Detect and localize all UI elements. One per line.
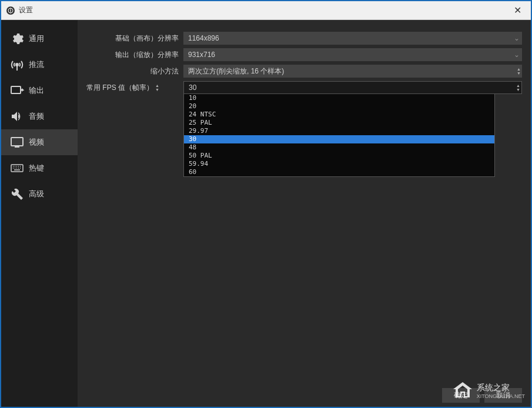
svg-rect-4 (11, 86, 21, 93)
fps-dropdown[interactable]: 10 20 24 NTSC 25 PAL 29.97 30 48 50 PAL … (183, 93, 495, 177)
fps-option[interactable]: 25 PAL (184, 119, 494, 127)
watermark: 系统之家 XITONGZHIJIA.NET (452, 380, 525, 401)
sidebar: 通用 推流 输出 音频 视频 (1, 20, 78, 407)
sidebar-item-label: 视频 (29, 137, 44, 148)
gear-icon (10, 32, 24, 46)
output-resolution-value: 931x716 (188, 51, 215, 59)
svg-rect-5 (11, 138, 23, 146)
watermark-text: 系统之家 (477, 383, 510, 392)
sidebar-item-label: 输出 (29, 85, 44, 96)
audio-icon (10, 109, 24, 123)
fps-option[interactable]: 59.94 (184, 160, 494, 168)
fps-type-spinner[interactable]: ▲▼ (155, 83, 159, 92)
output-icon (10, 83, 24, 98)
main-panel: 基础（画布）分辨率 1164x896 ⌄ 输出（缩放）分辨率 931x716 ⌄… (78, 20, 531, 407)
watermark-sub: XITONGZHIJIA.NET (477, 393, 525, 399)
sidebar-item-output[interactable]: 输出 (1, 78, 78, 103)
output-resolution-select[interactable]: 931x716 ⌄ (183, 48, 522, 61)
downscale-select[interactable]: 两次立方(削尖缩放, 16 个样本) ▲▼ (183, 65, 522, 78)
output-resolution-row: 输出（缩放）分辨率 931x716 ⌄ (86, 48, 522, 61)
downscale-row: 缩小方法 两次立方(削尖缩放, 16 个样本) ▲▼ (86, 65, 522, 78)
watermark-text-wrap: 系统之家 XITONGZHIJIA.NET (477, 382, 525, 399)
fps-option[interactable]: 24 NTSC (184, 111, 494, 119)
fps-value: 30 (189, 83, 196, 92)
base-resolution-value: 1164x896 (188, 34, 219, 42)
tools-icon (10, 187, 24, 201)
sidebar-item-label: 热键 (29, 163, 44, 173)
sidebar-item-general[interactable]: 通用 (1, 26, 78, 52)
chevron-down-icon: ⌄ (514, 51, 520, 59)
content: 通用 推流 输出 音频 视频 (1, 20, 531, 407)
base-resolution-row: 基础（画布）分辨率 1164x896 ⌄ (86, 32, 522, 45)
fps-option[interactable]: 48 (184, 143, 494, 152)
fps-option[interactable]: 60 (184, 168, 494, 176)
downscale-label: 缩小方法 (86, 66, 183, 76)
sidebar-item-video[interactable]: 视频 (1, 129, 78, 155)
base-resolution-label: 基础（画布）分辨率 (86, 34, 183, 44)
fps-option[interactable]: 30 (184, 135, 494, 143)
fps-row: 常用 FPS 值（帧率） ▲▼ 30 ▲▼ (86, 81, 522, 94)
chevron-down-icon: ⌄ (514, 34, 520, 42)
svg-point-2 (16, 63, 18, 66)
sidebar-item-label: 音频 (29, 111, 44, 122)
fps-option[interactable]: 50 PAL (184, 152, 494, 160)
titlebar: 设置 ✕ (1, 1, 531, 20)
fps-option[interactable]: 10 (184, 94, 494, 102)
keyboard-icon (10, 161, 24, 175)
fps-label-wrap: 常用 FPS 值（帧率） ▲▼ (86, 83, 183, 93)
close-button[interactable]: ✕ (508, 2, 526, 19)
downscale-value: 两次立方(削尖缩放, 16 个样本) (188, 66, 284, 76)
fps-label: 常用 FPS 值（帧率） (86, 83, 153, 93)
fps-option[interactable]: 20 (184, 102, 494, 111)
sidebar-item-label: 推流 (29, 59, 44, 70)
broadcast-icon (10, 58, 24, 72)
spinner-icon: ▲▼ (516, 82, 520, 93)
sidebar-item-audio[interactable]: 音频 (1, 103, 78, 129)
sidebar-item-advanced[interactable]: 高级 (1, 181, 78, 207)
fps-option[interactable]: 29.97 (184, 127, 494, 135)
house-icon (452, 380, 473, 401)
output-resolution-label: 输出（缩放）分辨率 (86, 50, 183, 60)
app-icon (6, 6, 15, 15)
fps-select[interactable]: 30 ▲▼ (183, 81, 522, 94)
video-icon (10, 135, 24, 149)
sidebar-item-hotkeys[interactable]: 热键 (1, 155, 78, 181)
window-title: 设置 (19, 5, 508, 15)
sidebar-item-stream[interactable]: 推流 (1, 52, 78, 78)
sidebar-item-label: 通用 (29, 34, 44, 44)
spinner-icon: ▲▼ (517, 65, 521, 78)
sidebar-item-label: 高级 (29, 189, 44, 199)
base-resolution-select[interactable]: 1164x896 ⌄ (183, 32, 522, 45)
